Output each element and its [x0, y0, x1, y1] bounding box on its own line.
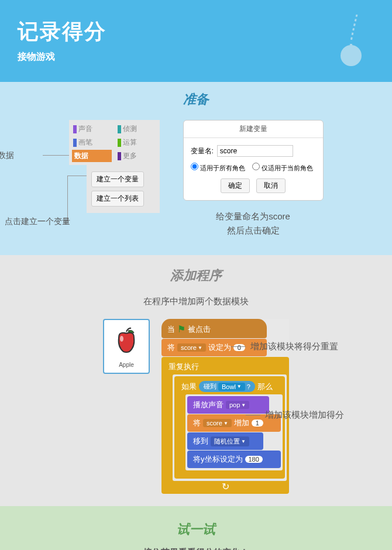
new-variable-dialog: 新建变量 变量名: 适用于所有角色 仅适用于当前角色 确定 取消	[183, 120, 324, 201]
header-title: 记录得分	[18, 18, 374, 46]
try-text: 接住苹果看看得分的变化！	[15, 547, 377, 550]
sprite-card-apple[interactable]: Apple	[103, 319, 150, 374]
header-subtitle: 接物游戏	[18, 51, 374, 63]
category-box: 声音 侦测 画笔 运算 数据 更多	[69, 120, 160, 165]
annotation-line	[67, 176, 87, 176]
category-operators[interactable]: 运算	[116, 136, 157, 149]
dialog-cancel-button[interactable]: 取消	[256, 178, 286, 193]
radio-all-sprites[interactable]: 适用于所有角色	[191, 163, 245, 173]
apple-decoration-icon	[333, 12, 369, 73]
block-when-flag-clicked[interactable]: 当 ⚑ 被点击	[161, 319, 267, 338]
variable-name-label: 变量名:	[191, 146, 214, 156]
create-variable-button[interactable]: 建立一个变量	[91, 171, 144, 187]
radio-this-sprite[interactable]: 仅适用于当前角色	[252, 163, 313, 173]
try-title: 试一试	[15, 521, 377, 538]
block-set-y[interactable]: 将y坐标设定为 180	[187, 451, 281, 468]
svg-point-2	[120, 336, 123, 342]
category-sensing[interactable]: 侦测	[116, 123, 157, 135]
variable-dropdown[interactable]: score▼	[203, 419, 232, 427]
note-reset-score: 增加该模块将得分重置	[231, 341, 338, 352]
create-buttons-panel: 建立一个变量 建立一个列表	[87, 165, 160, 213]
category-panel: 选择数据 声音 侦测 画笔 运算 数据 更多 建立一个变量 建立一个列表 点击建…	[69, 120, 160, 213]
program-subtitle: 在程序中增加两个数据模块	[12, 296, 380, 307]
annotation-click-create: 点击建立一个变量	[5, 216, 70, 227]
dialog-column: 新建变量 变量名: 适用于所有角色 仅适用于当前角色 确定 取消	[183, 120, 324, 238]
category-data[interactable]: 数据	[72, 150, 112, 162]
position-dropdown[interactable]: 随机位置▼	[211, 436, 249, 446]
annotation-select-data: 选择数据	[0, 150, 14, 161]
svg-rect-1	[350, 44, 352, 49]
prepare-title: 准备	[12, 91, 380, 108]
block-forever[interactable]: 重复执行 如果 碰到 Bowl▼ ? 那么	[161, 357, 289, 494]
section-program: 添加程序 在程序中增加两个数据模块 Apple 当 ⚑ 被点击 将 score▼…	[0, 255, 392, 506]
create-list-button[interactable]: 建立一个列表	[91, 191, 144, 207]
dialog-title: 新建变量	[184, 121, 323, 138]
green-flag-icon: ⚑	[177, 324, 185, 335]
touching-sensor[interactable]: 碰到 Bowl▼ ?	[199, 381, 255, 392]
variable-name-input[interactable]	[217, 145, 293, 157]
loop-arrow-icon: ↻	[164, 481, 287, 491]
annotation-line	[67, 176, 68, 221]
note-increase-score: 增加该模块增加得分	[246, 410, 344, 421]
category-sound[interactable]: 声音	[72, 123, 112, 135]
sound-dropdown[interactable]: pop▼	[226, 401, 249, 409]
block-goto[interactable]: 移到 随机位置▼	[187, 432, 263, 450]
category-more[interactable]: 更多	[116, 150, 157, 162]
value-input[interactable]: 180	[245, 456, 263, 463]
program-title: 添加程序	[12, 267, 380, 284]
dialog-caption: 给变量命名为score 然后点击确定	[183, 209, 324, 238]
annotation-line	[43, 155, 69, 156]
dialog-ok-button[interactable]: 确定	[221, 178, 250, 193]
block-if[interactable]: 如果 碰到 Bowl▼ ? 那么 播放声音 pop▼	[174, 376, 285, 479]
section-try: 试一试 接住苹果看看得分的变化！	[0, 506, 392, 550]
sprite-name-label: Apple	[109, 362, 144, 368]
category-pen[interactable]: 画笔	[72, 136, 112, 149]
apple-icon	[111, 325, 143, 357]
section-prepare: 准备 选择数据 声音 侦测 画笔 运算 数据 更多 建立一个变量 建立一个列表	[0, 82, 392, 255]
variable-dropdown[interactable]: score▼	[177, 343, 206, 352]
page-header: 记录得分 接物游戏	[0, 0, 392, 82]
